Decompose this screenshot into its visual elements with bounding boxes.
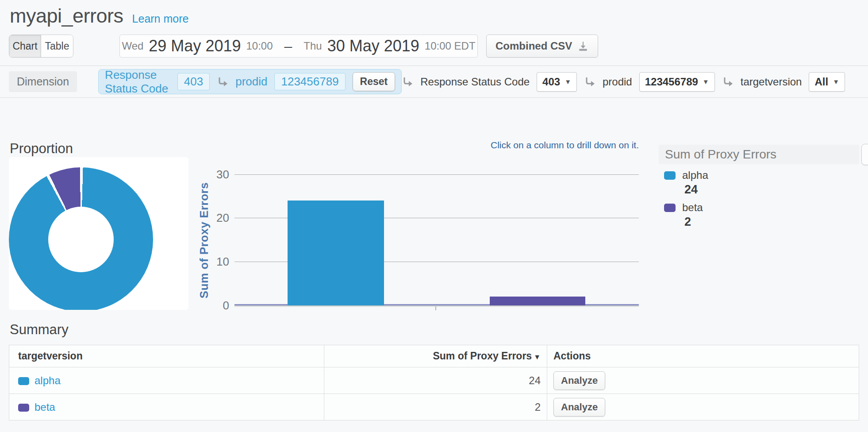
drilldown-arrow-icon xyxy=(722,76,734,88)
dimension-bar: Dimension Response Status Code 403 prodi… xyxy=(0,66,868,98)
chevron-down-icon: ▼ xyxy=(703,78,709,85)
y-tick-20: 20 xyxy=(190,211,229,225)
drilldown-arrow-icon xyxy=(217,76,228,88)
alpha-swatch-icon xyxy=(664,171,676,180)
titlebar: myapi_errors Learn more xyxy=(0,0,868,27)
filter-select-targetversion[interactable]: All ▼ xyxy=(809,72,845,92)
drilldown-arrow-icon xyxy=(402,76,413,88)
filter-select-prodid[interactable]: 123456789 ▼ xyxy=(639,72,715,92)
page-title: myapi_errors xyxy=(10,4,123,27)
drilldown-arrow-icon xyxy=(584,76,595,88)
legend-item-alpha: alpha 24 xyxy=(659,169,859,197)
summary-title: Summary xyxy=(10,322,859,338)
view-toggle: Chart Table xyxy=(9,35,73,58)
filter-label-prodid: prodid xyxy=(603,76,632,88)
legend-value: 24 xyxy=(684,183,859,197)
breadcrumb-dimension-value[interactable]: 123456789 xyxy=(274,73,345,90)
beta-swatch-icon xyxy=(18,404,29,412)
drilldown-hint: Click on a column to drill down on it. xyxy=(234,140,639,150)
legend-item-beta: beta 2 xyxy=(659,201,859,229)
end-time: 10:00 EDT xyxy=(425,40,476,52)
filter-value: All xyxy=(814,76,828,88)
legend-title: Sum of Proxy Errors xyxy=(659,145,859,164)
date-range-picker[interactable]: Wed 29 May 2019 10:00 – Thu 30 May 2019 … xyxy=(119,35,478,58)
table-row: beta 2 Analyze xyxy=(9,394,859,420)
combined-csv-button[interactable]: Combined CSV xyxy=(486,35,598,58)
y-tick-0: 0 xyxy=(190,299,229,312)
app-screen: myapi_errors Learn more Chart Table Wed … xyxy=(0,0,868,432)
breadcrumb-dimension-name: Response Status Code xyxy=(105,68,170,96)
legend-panel: Sum of Proxy Errors alpha 24 beta 2 xyxy=(659,145,859,233)
start-date: 29 May 2019 xyxy=(149,37,241,55)
column-header-sum-of-proxy-errors[interactable]: Sum of Proxy Errors▼ xyxy=(324,345,547,367)
donut-hole xyxy=(48,207,114,272)
proportion-donut-chart[interactable] xyxy=(9,167,153,310)
row-value: 2 xyxy=(324,394,547,420)
chevron-down-icon: ▼ xyxy=(833,78,839,85)
download-icon xyxy=(577,40,589,52)
alpha-swatch-icon xyxy=(18,377,29,385)
filter-selectors: Response Status Code 403 ▼ prodid 123456… xyxy=(402,72,859,92)
dimension-label: Dimension xyxy=(9,71,77,92)
drilldown-breadcrumb: Response Status Code 403 prodid 12345678… xyxy=(98,69,402,94)
row-link-beta[interactable]: beta xyxy=(35,401,55,413)
start-time: 10:00 xyxy=(246,40,273,52)
reset-button[interactable]: Reset xyxy=(353,72,396,91)
filter-value: 123456789 xyxy=(645,76,698,88)
chart-toggle-button[interactable]: Chart xyxy=(9,35,41,57)
row-link-alpha[interactable]: alpha xyxy=(35,374,61,386)
sort-descending-icon: ▼ xyxy=(534,353,541,361)
end-day: Thu xyxy=(303,40,322,52)
bar-alpha[interactable] xyxy=(288,201,384,305)
table-toggle-button[interactable]: Table xyxy=(41,35,73,57)
summary-table: targetversion Sum of Proxy Errors▼ Actio… xyxy=(9,345,859,420)
filter-value: 403 xyxy=(542,76,560,88)
legend-label: beta xyxy=(682,201,703,214)
analyze-button[interactable]: Analyze xyxy=(553,398,605,417)
date-range-separator: – xyxy=(284,38,292,54)
gridline-0 xyxy=(234,305,639,306)
legend-label: alpha xyxy=(682,169,708,181)
x-axis-tick xyxy=(435,306,436,310)
y-tick-10: 10 xyxy=(190,255,229,269)
summary-section: Summary targetversion Sum of Proxy Error… xyxy=(0,322,868,420)
column-header-actions: Actions xyxy=(547,345,859,367)
filter-select-response-status-code[interactable]: 403 ▼ xyxy=(537,72,577,92)
start-day: Wed xyxy=(122,40,143,52)
controls-row: Chart Table Wed 29 May 2019 10:00 – Thu … xyxy=(9,35,859,58)
table-header-row: targetversion Sum of Proxy Errors▼ Actio… xyxy=(9,345,859,367)
end-date: 30 May 2019 xyxy=(327,37,419,55)
clipped-edge-button[interactable] xyxy=(861,144,868,165)
column-header-targetversion[interactable]: targetversion xyxy=(9,345,324,367)
x-axis-line xyxy=(234,306,639,307)
beta-swatch-icon xyxy=(664,204,676,212)
breadcrumb-dimension-name: prodid xyxy=(235,75,267,89)
chevron-down-icon: ▼ xyxy=(565,78,571,85)
bar-chart-y-axis-label: Sum of Proxy Errors xyxy=(197,176,210,305)
charts-section: Proportion Click on a column to drill do… xyxy=(0,98,868,320)
analyze-button[interactable]: Analyze xyxy=(553,371,605,390)
combined-csv-label: Combined CSV xyxy=(495,40,572,52)
row-value: 24 xyxy=(324,367,547,394)
filter-label-response-status-code: Response Status Code xyxy=(420,76,530,88)
breadcrumb-dimension-value[interactable]: 403 xyxy=(177,73,210,90)
filter-label-targetversion: targetversion xyxy=(741,76,802,88)
table-row: alpha 24 Analyze xyxy=(9,367,859,394)
proportion-title: Proportion xyxy=(10,141,73,157)
proportion-card xyxy=(9,157,188,310)
y-tick-30: 30 xyxy=(190,168,229,181)
legend-value: 2 xyxy=(684,215,859,229)
bar-beta[interactable] xyxy=(490,297,585,305)
bar-chart-plot-area xyxy=(234,174,639,305)
learn-more-link[interactable]: Learn more xyxy=(132,12,189,25)
